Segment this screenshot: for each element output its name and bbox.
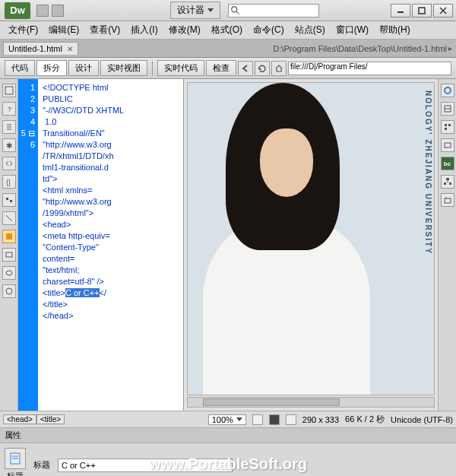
search-box[interactable] — [228, 4, 319, 17]
hand-tool-icon[interactable] — [269, 414, 280, 425]
properties-panel: 属性 标题 标题 — [0, 427, 456, 476]
svg-text:{}: {} — [6, 179, 11, 186]
search-icon — [230, 5, 241, 16]
menu-help[interactable]: 帮助(H) — [374, 22, 416, 38]
horizontal-scrollbar[interactable] — [187, 397, 435, 408]
svg-rect-20 — [445, 124, 447, 126]
svg-point-15 — [6, 271, 12, 275]
tag-title[interactable]: <title> — [36, 414, 65, 424]
toolbar-separator — [152, 61, 153, 76]
svg-rect-6 — [5, 87, 13, 94]
minimize-button[interactable] — [391, 4, 410, 17]
main-area: ？ ✱ {} 1 2 3 4 5 ⊟ 6 <!DOCTYPE html PUBL… — [0, 79, 456, 411]
title-field-label: 标题 — [33, 459, 50, 471]
right-rail-5[interactable]: bc — [441, 157, 454, 170]
menu-modify[interactable]: 修改(M) — [163, 22, 206, 38]
rail-tool-8[interactable] — [2, 211, 16, 225]
rail-tool-2[interactable]: ？ — [2, 102, 16, 116]
app-logo: Dw — [5, 2, 30, 19]
preview-image[interactable]: NOLOGY' ZHEJIANG UNIVERSITY — [187, 82, 435, 395]
menu-insert[interactable]: 插入(I) — [125, 22, 163, 38]
right-rail-1[interactable] — [441, 84, 454, 97]
svg-rect-11 — [10, 200, 12, 202]
svg-rect-10 — [6, 198, 8, 200]
svg-rect-13 — [6, 233, 12, 240]
rail-tool-3[interactable] — [2, 120, 16, 134]
document-tab-name: Untitled-1.html — [8, 44, 62, 53]
document-tab[interactable]: Untitled-1.html ✕ — [3, 42, 78, 55]
close-icon[interactable]: ✕ — [67, 45, 73, 53]
svg-text:✱: ✱ — [6, 141, 12, 150]
rail-tool-11[interactable] — [2, 266, 16, 280]
document-tabs: Untitled-1.html ✕ D:\Program Files\Data\… — [0, 40, 456, 58]
rail-tool-4[interactable]: ✱ — [2, 138, 16, 152]
zoom-control[interactable]: 100% — [208, 414, 246, 425]
menu-view[interactable]: 查看(V) — [84, 22, 125, 38]
scrollbar-thumb[interactable] — [203, 398, 340, 406]
size-speed-display: 66 K / 2 秒 — [345, 414, 385, 425]
layout-selector-label: 设计器 — [177, 4, 204, 17]
right-rail-7[interactable] — [441, 193, 454, 207]
code-view-button[interactable]: 代码 — [5, 60, 35, 76]
maximize-button[interactable] — [412, 4, 432, 17]
zoom-value: 100% — [212, 415, 233, 424]
rail-tool-7[interactable] — [2, 193, 16, 207]
document-path: D:\Program Files\Data\DeskTop\Untitled-1… — [273, 44, 447, 53]
select-tool-icon[interactable] — [252, 414, 263, 425]
titlebar: Dw 设计器 — [0, 0, 456, 21]
svg-rect-21 — [448, 124, 451, 126]
inspect-button[interactable]: 检查 — [206, 60, 236, 76]
menu-commands[interactable]: 命令(C) — [248, 22, 290, 38]
back-button[interactable] — [238, 61, 253, 76]
svg-point-17 — [445, 87, 451, 94]
menubar: 文件(F) 编辑(E) 查看(V) 插入(I) 修改(M) 格式(O) 命令(C… — [0, 21, 456, 40]
document-icon[interactable] — [5, 448, 26, 469]
close-button[interactable] — [433, 4, 453, 17]
home-button[interactable] — [271, 61, 287, 76]
chevron-down-icon — [207, 8, 214, 12]
code-area[interactable]: <!DOCTYPE html PUBLIC "-//W3C//DTD XHTML… — [38, 79, 183, 411]
menu-edit[interactable]: 编辑(E) — [43, 22, 84, 38]
right-rail-4[interactable] — [441, 138, 454, 152]
window-controls — [391, 4, 453, 17]
svg-rect-3 — [419, 8, 425, 14]
tag-head[interactable]: <head> — [3, 414, 36, 424]
layout-selector[interactable]: 设计器 — [170, 2, 220, 19]
svg-rect-27 — [449, 182, 451, 185]
code-gutter: 1 2 3 4 5 ⊟ 6 — [18, 79, 38, 411]
svg-rect-23 — [445, 143, 451, 148]
live-code-button[interactable]: 实时代码 — [157, 60, 204, 76]
right-rail-3[interactable] — [441, 120, 454, 134]
title-icon-1[interactable] — [36, 5, 49, 17]
properties-panel-title[interactable]: 属性 — [0, 428, 456, 443]
right-rail-2[interactable] — [441, 102, 454, 116]
svg-rect-24 — [446, 178, 449, 180]
title-icon-2[interactable] — [52, 5, 64, 17]
rail-tool-9[interactable] — [2, 230, 16, 243]
design-view-button[interactable]: 设计 — [68, 60, 99, 76]
chevron-down-icon — [236, 417, 242, 421]
url-field[interactable]: file:///D|/Program Files/ — [288, 62, 451, 75]
doc-tabs-toggle[interactable]: ▸ — [448, 44, 454, 52]
rail-tool-1[interactable] — [2, 84, 16, 97]
title-field-input[interactable] — [58, 459, 233, 472]
rail-tool-5[interactable] — [2, 157, 16, 170]
rail-tool-6[interactable]: {} — [2, 175, 16, 189]
svg-point-16 — [6, 288, 12, 294]
title-icons — [36, 5, 64, 17]
menu-site[interactable]: 站点(S) — [290, 22, 331, 38]
right-rail-6[interactable] — [441, 175, 454, 189]
split-view-button[interactable]: 拆分 — [36, 60, 67, 76]
preview-panel: NOLOGY' ZHEJIANG UNIVERSITY — [184, 79, 438, 411]
menu-window[interactable]: 窗口(W) — [331, 22, 374, 38]
svg-line-12 — [6, 215, 12, 221]
refresh-button[interactable] — [255, 61, 270, 76]
menu-format[interactable]: 格式(O) — [206, 22, 248, 38]
rail-tool-10[interactable] — [2, 248, 16, 262]
rail-tool-12[interactable] — [2, 284, 16, 298]
prop-icon-label: 标题 — [7, 471, 24, 476]
svg-rect-14 — [6, 252, 12, 257]
zoom-tool-icon[interactable] — [286, 414, 296, 425]
live-view-button[interactable]: 实时视图 — [100, 60, 147, 76]
menu-file[interactable]: 文件(F) — [3, 22, 43, 38]
